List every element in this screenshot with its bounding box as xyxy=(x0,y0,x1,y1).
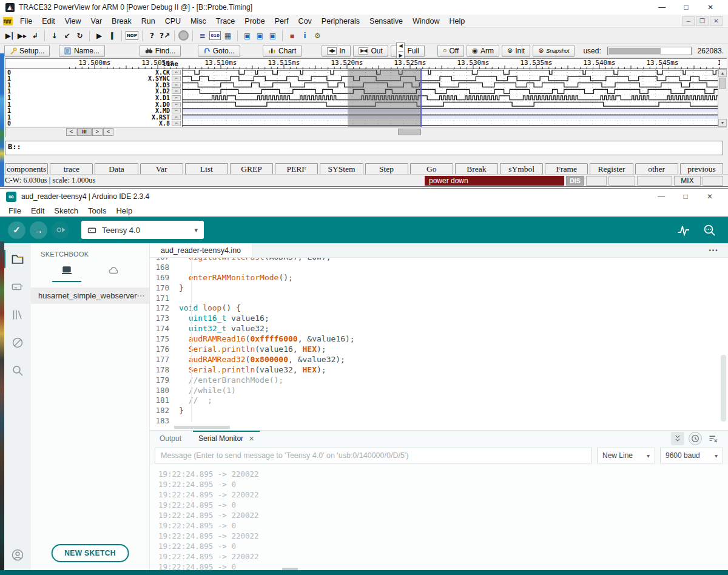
scroll-grip-button[interactable]: III xyxy=(77,128,92,136)
menu-item-misc[interactable]: Misc xyxy=(186,16,211,27)
maximize-button[interactable]: □ xyxy=(673,190,698,203)
menu-item-sensative[interactable]: Sensative xyxy=(365,16,408,27)
board-selector-dropdown[interactable]: Teensy 4.0 ▾ xyxy=(81,221,204,239)
signal-scale-icon[interactable]: ↔ xyxy=(172,70,181,75)
code-line[interactable]: 173 uint16_t value16; xyxy=(150,314,728,324)
softkey-other[interactable]: other xyxy=(635,163,678,175)
menu-item-run[interactable]: Run xyxy=(136,16,160,27)
command-line-input[interactable]: B:: xyxy=(5,141,723,155)
mdi-close-button[interactable]: ✕ xyxy=(710,16,723,26)
menu-item-perf[interactable]: Perf xyxy=(270,16,294,27)
data-dump-icon[interactable]: 010 xyxy=(209,31,221,40)
code-line[interactable]: 170} xyxy=(150,283,728,294)
step-into-icon[interactable]: ▶| xyxy=(4,30,15,42)
code-line[interactable]: 181 // ; xyxy=(150,395,728,406)
debug-button[interactable] xyxy=(52,221,69,239)
close-button[interactable]: ✕ xyxy=(698,190,722,203)
mdi-waveform-icon[interactable] xyxy=(3,17,13,25)
register-list-icon[interactable]: ≡ xyxy=(197,30,208,42)
signal-name[interactable]: X.D0 xyxy=(155,101,170,108)
signal-scale-icon[interactable]: ↔ xyxy=(172,76,181,81)
memory-chip-icon[interactable]: ▦ xyxy=(222,30,234,42)
menu-item-trace[interactable]: Trace xyxy=(211,16,240,27)
code-line[interactable]: 177 audRAMRead32(0x800000, &value32); xyxy=(150,355,728,365)
code-line[interactable]: 172void loop() { xyxy=(150,303,728,314)
vertical-scrollbar[interactable]: ▲ ▼ xyxy=(718,69,727,127)
softkey-list[interactable]: List xyxy=(185,163,228,175)
softkey-go[interactable]: Go xyxy=(410,163,453,175)
signal-scale-icon[interactable]: ↔ xyxy=(172,89,181,94)
stop-icon[interactable] xyxy=(178,30,189,41)
softkey-step[interactable]: Step xyxy=(365,163,408,175)
signal-name[interactable]: X.D1 xyxy=(155,95,170,101)
serial-plotter-icon[interactable] xyxy=(676,223,690,237)
tab-serial-monitor[interactable]: Serial Monitor ✕ xyxy=(191,431,261,446)
baud-rate-dropdown[interactable]: 9600 baud ▾ xyxy=(660,448,723,463)
maximize-button[interactable]: □ xyxy=(674,1,698,14)
sketch-list-item[interactable]: husarnet_simple_webserver ⋯ xyxy=(31,288,149,304)
tools-icon[interactable]: ⚙ xyxy=(312,30,323,42)
softkey-symbol[interactable]: sYmbol xyxy=(500,163,543,175)
zoom-full-button[interactable]: ◀—▶ Full xyxy=(391,45,425,57)
code-line[interactable]: 175 audRAMRead16(0xffff6000, &value16); xyxy=(150,334,728,345)
signal-scale-icon[interactable]: ↔ xyxy=(172,82,181,88)
line-ending-dropdown[interactable]: New Line ▾ xyxy=(597,448,655,463)
nop-icon[interactable]: NOP xyxy=(126,31,138,40)
code-line[interactable]: 174 uint32_t value32; xyxy=(150,324,728,334)
goto-button[interactable]: Goto... xyxy=(198,45,240,57)
softkey-perf[interactable]: PERF xyxy=(275,163,318,175)
minimize-button[interactable]: — xyxy=(650,1,674,14)
close-tab-icon[interactable]: ✕ xyxy=(249,435,254,443)
signal-scale-icon[interactable]: ↔ xyxy=(172,115,181,120)
code-line[interactable]: 180 //while(1) xyxy=(150,386,728,396)
go-icon[interactable]: ▶ xyxy=(93,30,105,42)
timestamp-toggle-button[interactable] xyxy=(689,432,702,445)
softkey-frame[interactable]: Frame xyxy=(545,163,588,175)
menu-item-help[interactable]: Help xyxy=(111,206,137,216)
menu-item-edit[interactable]: Edit xyxy=(26,206,49,216)
code-line[interactable]: 168 xyxy=(150,263,728,273)
signal-name[interactable]: X.CK xyxy=(155,69,170,76)
softkey-break[interactable]: Break xyxy=(455,163,498,175)
softkey-components[interactable]: components xyxy=(5,163,48,175)
scroll-down-button[interactable]: ▼ xyxy=(718,119,727,127)
code-line[interactable]: 179 //enterBranchMode(); xyxy=(150,375,728,386)
menu-item-edit[interactable]: Edit xyxy=(37,16,60,27)
step-over-icon[interactable]: ▶▸ xyxy=(16,30,28,42)
signal-name[interactable]: X.MD xyxy=(155,107,170,114)
sketch-more-icon[interactable]: ⋯ xyxy=(137,291,146,300)
menu-item-cpu[interactable]: CPU xyxy=(160,16,186,27)
code-line[interactable]: 171 xyxy=(150,294,728,304)
menu-item-help[interactable]: Help xyxy=(444,16,470,27)
code-line[interactable]: 182} xyxy=(150,406,728,416)
step-out-icon[interactable]: ↲ xyxy=(29,30,41,42)
signal-scale-icon[interactable]: ↔ xyxy=(172,108,181,113)
softkey-system[interactable]: SYStem xyxy=(320,163,363,175)
editor-tab[interactable]: aud_reader-teensy4.ino xyxy=(150,243,252,257)
sidebar-item-search[interactable] xyxy=(4,361,31,380)
softkey-data[interactable]: Data xyxy=(95,163,138,175)
go-return-icon[interactable]: ↙ xyxy=(61,30,73,42)
horizontal-scrollbar-thumb[interactable] xyxy=(398,129,421,135)
help-icon[interactable]: ? xyxy=(146,30,158,42)
code-line[interactable]: 176 Serial.println(value16, HEX); xyxy=(150,345,728,355)
softkey-previous[interactable]: previous xyxy=(680,163,723,175)
serial-monitor-icon[interactable] xyxy=(703,223,716,237)
go-down-icon[interactable]: ↓ xyxy=(49,30,60,42)
go-up-icon[interactable]: ↻ xyxy=(74,30,86,42)
trace-snapshot-button[interactable]: ⊗ Snapshot xyxy=(533,45,575,57)
zoom-in-button[interactable]: ◀▶ In xyxy=(322,45,351,57)
name-button[interactable]: Name... xyxy=(59,45,105,57)
code-line[interactable]: 178 Serial.println(value32, HEX); xyxy=(150,365,728,375)
tab-output[interactable]: Output xyxy=(150,434,191,443)
menu-item-file[interactable]: File xyxy=(4,206,26,216)
signal-scale-icon[interactable]: ↔ xyxy=(172,102,181,107)
menu-item-tools[interactable]: Tools xyxy=(83,206,111,216)
menu-item-file[interactable]: File xyxy=(15,16,37,27)
minimize-button[interactable]: — xyxy=(649,190,673,203)
horizontal-scrollbar[interactable]: < III > < xyxy=(5,127,727,137)
setup-button[interactable]: Setup... xyxy=(4,45,50,57)
account-button[interactable] xyxy=(4,545,31,565)
new-sketch-button[interactable]: NEW SKETCH xyxy=(51,544,129,562)
break-icon[interactable]: ‖ xyxy=(106,30,118,42)
